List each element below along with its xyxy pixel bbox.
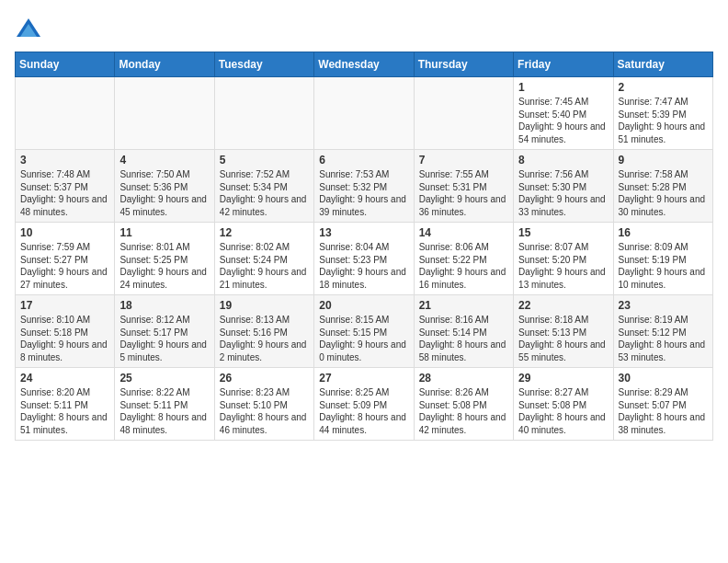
calendar-table: SundayMondayTuesdayWednesdayThursdayFrid… [15, 52, 713, 441]
day-number: 20 [319, 299, 408, 312]
calendar-cell: 14Sunrise: 8:06 AM Sunset: 5:22 PM Dayli… [414, 223, 513, 295]
day-number: 16 [619, 226, 708, 239]
day-number: 8 [518, 154, 608, 167]
calendar-cell: 9Sunrise: 7:58 AM Sunset: 5:28 PM Daylig… [613, 150, 712, 223]
calendar-cell [314, 77, 414, 150]
day-info: Sunrise: 8:07 AM Sunset: 5:20 PM Dayligh… [518, 241, 608, 291]
day-info: Sunrise: 8:29 AM Sunset: 5:07 PM Dayligh… [619, 386, 708, 436]
logo [15, 15, 46, 42]
calendar-cell: 18Sunrise: 8:12 AM Sunset: 5:17 PM Dayli… [115, 295, 214, 368]
day-number: 28 [419, 372, 508, 385]
day-info: Sunrise: 8:01 AM Sunset: 5:25 PM Dayligh… [119, 241, 209, 291]
day-info: Sunrise: 8:16 AM Sunset: 5:14 PM Dayligh… [419, 314, 508, 363]
calendar-cell [214, 77, 313, 150]
day-number: 12 [220, 226, 309, 239]
week-row-5: 24Sunrise: 8:20 AM Sunset: 5:11 PM Dayli… [16, 368, 713, 441]
day-info: Sunrise: 8:15 AM Sunset: 5:15 PM Dayligh… [319, 314, 408, 363]
day-info: Sunrise: 7:59 AM Sunset: 5:27 PM Dayligh… [20, 241, 109, 291]
calendar-cell: 6Sunrise: 7:53 AM Sunset: 5:32 PM Daylig… [314, 150, 414, 223]
day-number: 13 [319, 226, 408, 239]
calendar-cell: 20Sunrise: 8:15 AM Sunset: 5:15 PM Dayli… [314, 295, 414, 368]
calendar-cell: 19Sunrise: 8:13 AM Sunset: 5:16 PM Dayli… [214, 295, 313, 368]
day-info: Sunrise: 8:10 AM Sunset: 5:18 PM Dayligh… [20, 314, 109, 363]
day-number: 23 [619, 299, 708, 312]
day-info: Sunrise: 7:52 AM Sunset: 5:34 PM Dayligh… [220, 168, 309, 218]
day-info: Sunrise: 7:50 AM Sunset: 5:36 PM Dayligh… [119, 168, 209, 218]
day-header-saturday: Saturday [613, 52, 712, 77]
day-number: 18 [119, 299, 209, 312]
day-info: Sunrise: 7:47 AM Sunset: 5:39 PM Dayligh… [619, 96, 708, 145]
day-info: Sunrise: 8:12 AM Sunset: 5:17 PM Dayligh… [119, 314, 209, 363]
day-number: 1 [518, 81, 608, 94]
calendar-cell: 7Sunrise: 7:55 AM Sunset: 5:31 PM Daylig… [414, 150, 513, 223]
day-info: Sunrise: 8:18 AM Sunset: 5:13 PM Dayligh… [518, 314, 608, 363]
day-number: 2 [619, 81, 708, 94]
calendar-cell: 13Sunrise: 8:04 AM Sunset: 5:23 PM Dayli… [314, 223, 414, 295]
day-header-monday: Monday [115, 52, 214, 77]
day-header-sunday: Sunday [16, 52, 115, 77]
calendar-cell [16, 77, 115, 150]
day-number: 5 [220, 154, 309, 167]
day-number: 10 [20, 226, 109, 239]
calendar-cell: 12Sunrise: 8:02 AM Sunset: 5:24 PM Dayli… [214, 223, 313, 295]
calendar-cell: 28Sunrise: 8:26 AM Sunset: 5:08 PM Dayli… [414, 368, 513, 441]
week-row-3: 10Sunrise: 7:59 AM Sunset: 5:27 PM Dayli… [16, 223, 713, 295]
day-number: 30 [619, 372, 708, 385]
day-number: 24 [20, 372, 109, 385]
day-number: 27 [319, 372, 408, 385]
calendar-cell: 25Sunrise: 8:22 AM Sunset: 5:11 PM Dayli… [115, 368, 214, 441]
calendar-cell: 15Sunrise: 8:07 AM Sunset: 5:20 PM Dayli… [514, 223, 613, 295]
day-number: 25 [119, 372, 209, 385]
day-number: 15 [518, 226, 608, 239]
day-info: Sunrise: 8:02 AM Sunset: 5:24 PM Dayligh… [220, 241, 309, 291]
day-number: 7 [419, 154, 508, 167]
page-header [15, 15, 713, 42]
calendar-cell: 17Sunrise: 8:10 AM Sunset: 5:18 PM Dayli… [16, 295, 115, 368]
calendar-cell [115, 77, 214, 150]
day-info: Sunrise: 8:13 AM Sunset: 5:16 PM Dayligh… [220, 314, 309, 363]
calendar-cell: 1Sunrise: 7:45 AM Sunset: 5:40 PM Daylig… [514, 77, 613, 150]
day-number: 17 [20, 299, 109, 312]
week-row-2: 3Sunrise: 7:48 AM Sunset: 5:37 PM Daylig… [16, 150, 713, 223]
day-info: Sunrise: 7:58 AM Sunset: 5:28 PM Dayligh… [619, 168, 708, 218]
day-number: 9 [619, 154, 708, 167]
calendar-cell: 27Sunrise: 8:25 AM Sunset: 5:09 PM Dayli… [314, 368, 414, 441]
calendar-cell: 11Sunrise: 8:01 AM Sunset: 5:25 PM Dayli… [115, 223, 214, 295]
day-number: 14 [419, 226, 508, 239]
week-row-4: 17Sunrise: 8:10 AM Sunset: 5:18 PM Dayli… [16, 295, 713, 368]
calendar-cell: 21Sunrise: 8:16 AM Sunset: 5:14 PM Dayli… [414, 295, 513, 368]
calendar-cell: 8Sunrise: 7:56 AM Sunset: 5:30 PM Daylig… [514, 150, 613, 223]
day-number: 29 [518, 372, 608, 385]
calendar-cell: 4Sunrise: 7:50 AM Sunset: 5:36 PM Daylig… [115, 150, 214, 223]
day-number: 19 [220, 299, 309, 312]
day-info: Sunrise: 8:04 AM Sunset: 5:23 PM Dayligh… [319, 241, 408, 291]
day-number: 3 [20, 154, 109, 167]
calendar-cell: 24Sunrise: 8:20 AM Sunset: 5:11 PM Dayli… [16, 368, 115, 441]
day-info: Sunrise: 7:53 AM Sunset: 5:32 PM Dayligh… [319, 168, 408, 218]
calendar-cell: 5Sunrise: 7:52 AM Sunset: 5:34 PM Daylig… [214, 150, 313, 223]
day-number: 21 [419, 299, 508, 312]
day-info: Sunrise: 7:56 AM Sunset: 5:30 PM Dayligh… [518, 168, 608, 218]
calendar-cell: 23Sunrise: 8:19 AM Sunset: 5:12 PM Dayli… [613, 295, 712, 368]
calendar-cell [414, 77, 513, 150]
day-info: Sunrise: 8:27 AM Sunset: 5:08 PM Dayligh… [518, 386, 608, 436]
day-info: Sunrise: 8:06 AM Sunset: 5:22 PM Dayligh… [419, 241, 508, 291]
calendar-cell: 10Sunrise: 7:59 AM Sunset: 5:27 PM Dayli… [16, 223, 115, 295]
day-info: Sunrise: 8:25 AM Sunset: 5:09 PM Dayligh… [319, 386, 408, 436]
calendar-cell: 26Sunrise: 8:23 AM Sunset: 5:10 PM Dayli… [214, 368, 313, 441]
calendar-cell: 2Sunrise: 7:47 AM Sunset: 5:39 PM Daylig… [613, 77, 712, 150]
day-number: 6 [319, 154, 408, 167]
logo-icon [15, 15, 42, 42]
day-info: Sunrise: 7:45 AM Sunset: 5:40 PM Dayligh… [518, 96, 608, 145]
calendar-cell: 22Sunrise: 8:18 AM Sunset: 5:13 PM Dayli… [514, 295, 613, 368]
day-info: Sunrise: 8:19 AM Sunset: 5:12 PM Dayligh… [619, 314, 708, 363]
day-header-wednesday: Wednesday [314, 52, 414, 77]
day-info: Sunrise: 8:26 AM Sunset: 5:08 PM Dayligh… [419, 386, 508, 436]
calendar-cell: 29Sunrise: 8:27 AM Sunset: 5:08 PM Dayli… [514, 368, 613, 441]
day-info: Sunrise: 7:48 AM Sunset: 5:37 PM Dayligh… [20, 168, 109, 218]
day-header-tuesday: Tuesday [214, 52, 313, 77]
day-info: Sunrise: 8:23 AM Sunset: 5:10 PM Dayligh… [220, 386, 309, 436]
day-info: Sunrise: 7:55 AM Sunset: 5:31 PM Dayligh… [419, 168, 508, 218]
day-info: Sunrise: 8:20 AM Sunset: 5:11 PM Dayligh… [20, 386, 109, 436]
day-header-thursday: Thursday [414, 52, 513, 77]
